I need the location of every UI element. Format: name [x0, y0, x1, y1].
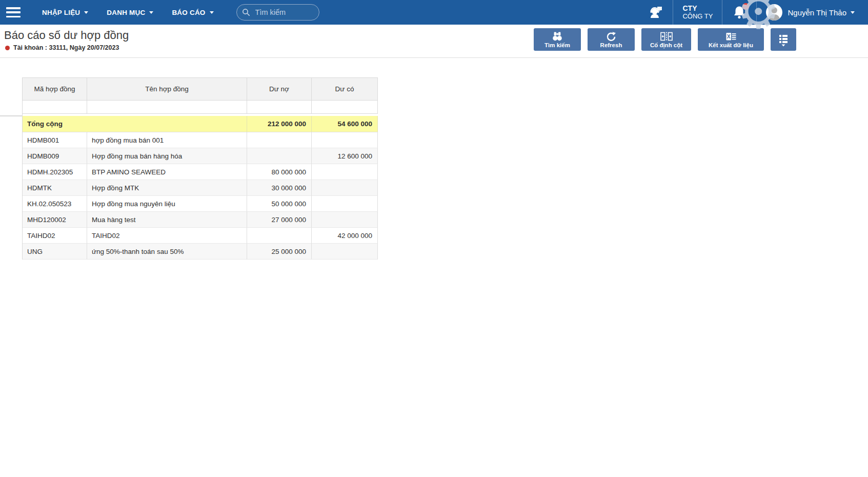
- cell-ten-hop-dong[interactable]: BTP AMINO SEAWEED: [87, 164, 247, 180]
- cell-du-co[interactable]: 12 600 000: [312, 148, 378, 164]
- cell-ten-hop-dong[interactable]: TAIHD02: [87, 228, 247, 244]
- nav-menu-danh-muc[interactable]: DANH MỤC: [97, 0, 163, 25]
- cell-du-co[interactable]: [312, 132, 378, 148]
- row-indicator-cell: [0, 101, 23, 114]
- column-header-du-no[interactable]: Dư nợ: [247, 77, 312, 101]
- table-row[interactable]: TAIHD02 TAIHD02 42 000 000: [0, 228, 378, 244]
- nav-menu-nhap-lieu[interactable]: NHẬP LIỆU: [33, 0, 97, 25]
- nav-menu-label: NHẬP LIỆU: [42, 9, 80, 16]
- cell-du-co[interactable]: [312, 180, 378, 196]
- grid-filter-row: [0, 101, 378, 114]
- cell-ma-hop-dong[interactable]: UNG: [23, 244, 87, 260]
- row-indicator-cell: [0, 212, 23, 228]
- nav-menu-bao-cao[interactable]: BÁO CÁO: [163, 0, 223, 25]
- export-data-button[interactable]: X Kết xuất dữ liệu: [698, 28, 764, 51]
- cell-ten-hop-dong[interactable]: ứng 50%-thanh toán sau 50%: [87, 244, 247, 260]
- total-du-no: 212 000 000: [247, 116, 312, 132]
- user-name: Nguyễn Thị Thảo: [788, 8, 846, 17]
- cell-ma-hop-dong[interactable]: HDMB009: [23, 148, 87, 164]
- cell-ten-hop-dong[interactable]: Mua hàng test: [87, 212, 247, 228]
- cell-ma-hop-dong[interactable]: HDMH.202305: [23, 164, 87, 180]
- freeze-columns-icon: [660, 31, 673, 42]
- cell-du-co[interactable]: [312, 244, 378, 260]
- refresh-button[interactable]: Refresh: [588, 28, 635, 51]
- nav-right-cluster: CTY CÔNG TY Nguyễn Thị Thảo: [637, 0, 868, 25]
- table-row[interactable]: MHD120002 Mua hàng test 27 000 000: [0, 212, 378, 228]
- user-menu[interactable]: Nguyễn Thị Thảo: [757, 0, 868, 25]
- cell-du-no[interactable]: [247, 132, 312, 148]
- row-indicator-cell: [0, 228, 23, 244]
- chevron-down-icon: [851, 11, 855, 14]
- cell-ma-hop-dong[interactable]: HDMTK: [23, 180, 87, 196]
- filter-cell-du-no[interactable]: [247, 101, 312, 114]
- cell-du-no[interactable]: 50 000 000: [247, 196, 312, 212]
- support-button[interactable]: [637, 0, 673, 25]
- button-label: Refresh: [600, 43, 622, 49]
- cell-du-co[interactable]: [312, 212, 378, 228]
- freeze-columns-button[interactable]: Cố định cột: [641, 28, 691, 51]
- column-header-ma-hop-dong[interactable]: Mã hợp đồng: [23, 77, 87, 101]
- cell-du-co[interactable]: 42 000 000: [312, 228, 378, 244]
- cell-du-no[interactable]: 27 000 000: [247, 212, 312, 228]
- cell-ma-hop-dong[interactable]: HDMB001: [23, 132, 87, 148]
- cell-ten-hop-dong[interactable]: Hợp đồng mua nguyên liệu: [87, 196, 247, 212]
- cell-du-co[interactable]: [312, 164, 378, 180]
- cell-du-no[interactable]: [247, 228, 312, 244]
- binoculars-icon: [551, 31, 563, 42]
- hamburger-menu-icon[interactable]: [6, 7, 21, 17]
- column-header-du-co[interactable]: Dư có: [312, 77, 378, 101]
- cell-du-no[interactable]: [247, 148, 312, 164]
- total-du-co: 54 600 000: [312, 116, 378, 132]
- table-row[interactable]: UNG ứng 50%-thanh toán sau 50% 25 000 00…: [0, 244, 378, 260]
- column-header-ten-hop-dong[interactable]: Tên hợp đồng: [87, 77, 247, 101]
- row-indicator-cell: [0, 148, 23, 164]
- table-row[interactable]: HDMTK Hợp đồng MTK 30 000 000: [0, 180, 378, 196]
- chevron-down-icon: [149, 11, 153, 14]
- nav-menu-label: DANH MỤC: [107, 9, 145, 16]
- cell-ten-hop-dong[interactable]: hợp đồng mua bán 001: [87, 132, 247, 148]
- table-row[interactable]: KH.02.050523 Hợp đồng mua nguyên liệu 50…: [0, 196, 378, 212]
- chevron-down-icon: [210, 11, 214, 14]
- company-code: CTY: [682, 4, 713, 12]
- report-parameters: Tài khoản : 33111, Ngày 20/07/2023: [13, 44, 119, 51]
- filter-cell-ten-hop-dong[interactable]: [87, 101, 247, 114]
- row-indicator-cell: [0, 132, 23, 148]
- search-input[interactable]: [254, 8, 308, 17]
- cell-ma-hop-dong[interactable]: MHD120002: [23, 212, 87, 228]
- table-row[interactable]: HDMH.202305 BTP AMINO SEAWEED 80 000 000: [0, 164, 378, 180]
- cell-ten-hop-dong[interactable]: Hợp đồng MTK: [87, 180, 247, 196]
- report-toolbar: Tìm kiếm Refresh Cố định cột X: [527, 28, 796, 51]
- headset-support-icon: [646, 5, 663, 20]
- cell-ma-hop-dong[interactable]: TAIHD02: [23, 228, 87, 244]
- row-indicator-cell: [0, 244, 23, 260]
- button-label: Cố định cột: [650, 43, 682, 49]
- filter-cell-ma-hop-dong[interactable]: [23, 101, 87, 114]
- top-nav-bar: NHẬP LIỆU DANH MỤC BÁO CÁO: [0, 0, 868, 25]
- company-switcher[interactable]: CTY CÔNG TY: [673, 0, 722, 25]
- cell-du-co[interactable]: [312, 196, 378, 212]
- cell-du-no[interactable]: 25 000 000: [247, 244, 312, 260]
- refresh-icon: [605, 31, 617, 43]
- cell-ma-hop-dong[interactable]: KH.02.050523: [23, 196, 87, 212]
- nav-menu-label: BÁO CÁO: [172, 9, 205, 16]
- row-indicator-cell: [0, 196, 23, 212]
- search-icon: [242, 8, 250, 16]
- total-label: Tổng cộng: [23, 116, 247, 132]
- notifications-button[interactable]: [722, 0, 756, 25]
- cell-du-no[interactable]: 30 000 000: [247, 180, 312, 196]
- global-search-box[interactable]: [236, 4, 319, 21]
- grid-options-button[interactable]: [771, 28, 796, 51]
- cell-du-no[interactable]: 80 000 000: [247, 164, 312, 180]
- contracts-grid: Mã hợp đồng Tên hợp đồng Dư nợ Dư có Tổn…: [0, 77, 378, 260]
- chevron-down-icon: [84, 11, 88, 14]
- row-indicator-cell: [0, 164, 23, 180]
- table-row[interactable]: HDMB001 hợp đồng mua bán 001: [0, 132, 378, 148]
- table-row[interactable]: HDMB009 Hợp đồng mua bán hàng hóa 12 600…: [0, 148, 378, 164]
- notification-badge: [742, 3, 749, 10]
- status-dot-icon: [5, 46, 10, 50]
- nav-menus: NHẬP LIỆU DANH MỤC BÁO CÁO: [33, 0, 223, 25]
- cell-ten-hop-dong[interactable]: Hợp đồng mua bán hàng hóa: [87, 148, 247, 164]
- row-indicator-cell: [0, 180, 23, 196]
- search-report-button[interactable]: Tìm kiếm: [534, 28, 581, 51]
- filter-cell-du-co[interactable]: [312, 101, 378, 114]
